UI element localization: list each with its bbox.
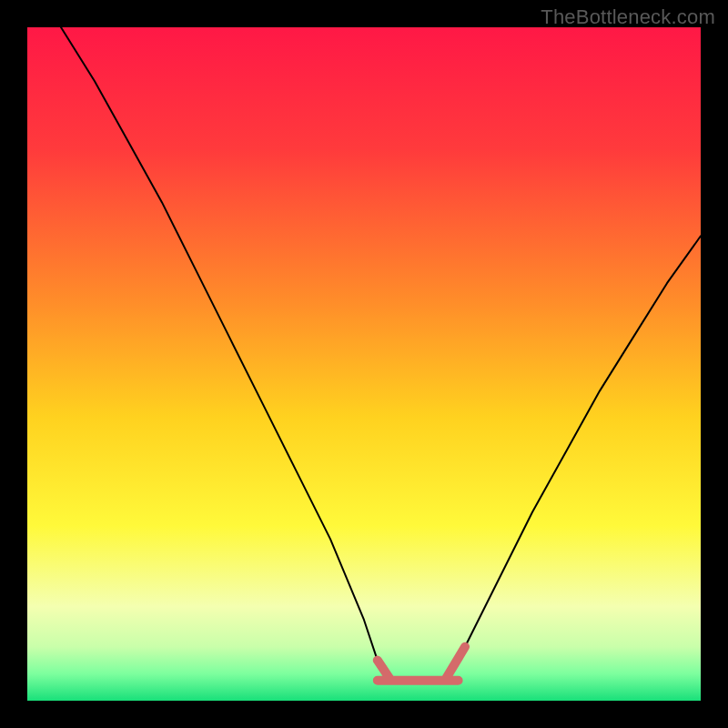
series-left-curve: [61, 27, 391, 681]
watermark-text: TheBottleneck.com: [541, 5, 715, 29]
plot-area: [27, 27, 701, 701]
chart-frame: TheBottleneck.com: [0, 0, 728, 728]
curve-layer: [27, 27, 701, 701]
series-right-curve: [445, 236, 701, 680]
plateau-highlight: [378, 647, 465, 681]
